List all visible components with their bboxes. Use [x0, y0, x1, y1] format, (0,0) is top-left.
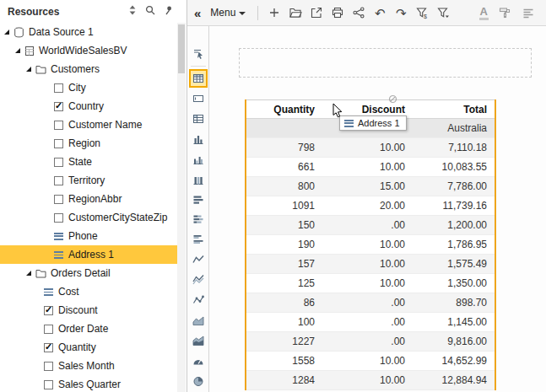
- table-cell[interactable]: 20.00: [322, 196, 413, 215]
- table-cell[interactable]: 100: [246, 313, 322, 331]
- table-cell[interactable]: 1227: [246, 332, 322, 351]
- tree-item-region[interactable]: Region: [0, 134, 177, 153]
- table-cell[interactable]: 14,652.99: [413, 352, 495, 370]
- tool-area-chart[interactable]: [189, 311, 208, 330]
- tree-item-data-source-1[interactable]: Data Source 1: [0, 23, 177, 41]
- checkbox-unchecked-icon[interactable]: [54, 139, 63, 148]
- table-row[interactable]: 15710.001,575.49: [246, 255, 495, 274]
- tool-matrix[interactable]: [189, 110, 208, 128]
- table-cell[interactable]: 1558: [246, 352, 322, 370]
- collapse-panel-button[interactable]: «: [194, 7, 201, 19]
- tree-item-address-1[interactable]: Address 1: [0, 245, 177, 264]
- table-cell[interactable]: .00: [322, 313, 413, 331]
- tree-item-regionabbr[interactable]: RegionAbbr: [0, 190, 177, 208]
- filter-currency-button[interactable]: $: [414, 5, 430, 20]
- table-cell[interactable]: 10.00: [322, 235, 413, 254]
- table-cell[interactable]: 1091: [246, 196, 322, 215]
- paint-roller-button[interactable]: [497, 5, 512, 20]
- export-button[interactable]: [309, 5, 324, 20]
- table-cell[interactable]: 7,786.00: [413, 177, 495, 196]
- table-cell[interactable]: .00: [322, 332, 413, 351]
- checkbox-unchecked-icon[interactable]: [44, 325, 53, 334]
- share-icon[interactable]: [351, 5, 366, 20]
- tree-item-phone[interactable]: Phone: [0, 227, 177, 245]
- expander-icon[interactable]: [26, 67, 31, 72]
- align-button[interactable]: [521, 5, 536, 20]
- table-row[interactable]: 100.001,145.00: [246, 313, 495, 332]
- tree-item-sales-month[interactable]: Sales Month: [0, 357, 177, 375]
- table-cell[interactable]: 10.00: [322, 138, 413, 157]
- table-cell[interactable]: 10.00: [322, 158, 413, 176]
- checkbox-checked-icon[interactable]: [54, 102, 63, 111]
- report-table[interactable]: Quantity Discount Total Australia 79810.…: [245, 99, 496, 390]
- table-row[interactable]: 86.00898.70: [246, 293, 495, 313]
- table-row[interactable]: 109120.0011,739.16: [246, 196, 495, 216]
- checkbox-unchecked-icon[interactable]: [44, 362, 53, 371]
- open-folder-button[interactable]: [288, 5, 303, 20]
- pin-icon[interactable]: [163, 5, 173, 18]
- checkbox-unchecked-icon[interactable]: [54, 158, 63, 167]
- table-cell[interactable]: 798: [246, 138, 322, 157]
- collapse-expand-icon[interactable]: [127, 5, 138, 18]
- tool-sparkline-multi[interactable]: [189, 271, 208, 289]
- table-cell[interactable]: 1,145.00: [413, 313, 495, 331]
- checkbox-checked-icon[interactable]: [44, 343, 53, 352]
- tree-item-discount[interactable]: Discount: [0, 301, 177, 320]
- print-button[interactable]: [330, 5, 345, 20]
- table-cell[interactable]: 1,786.95: [413, 235, 495, 254]
- table-cell[interactable]: 125: [246, 274, 322, 293]
- checkbox-unchecked-icon[interactable]: [54, 213, 63, 223]
- table-cell[interactable]: 86: [246, 293, 322, 312]
- checkbox-unchecked-icon[interactable]: [44, 380, 53, 389]
- page-header-placeholder[interactable]: [239, 48, 532, 78]
- table-row[interactable]: 128410.0012,884.94: [246, 371, 495, 390]
- expander-icon[interactable]: [26, 271, 31, 276]
- tool-gauge-chart[interactable]: [189, 352, 208, 370]
- table-cell[interactable]: 10.00: [322, 274, 413, 293]
- tool-pie-chart[interactable]: [189, 372, 208, 390]
- tree-item-cost[interactable]: Cost: [0, 282, 177, 301]
- panel-scrollbar[interactable]: [177, 23, 186, 392]
- menu-button[interactable]: Menu: [207, 5, 249, 20]
- tree-item-sales-quarter[interactable]: Sales Quarter: [0, 375, 177, 392]
- table-row[interactable]: 19010.001,786.95: [246, 235, 495, 255]
- expander-icon[interactable]: [4, 30, 9, 35]
- table-row[interactable]: 79810.007,110.18: [246, 138, 495, 158]
- table-cell[interactable]: 898.70: [413, 293, 495, 312]
- table-cell[interactable]: 10.00: [322, 371, 413, 389]
- tree-item-state[interactable]: State: [0, 153, 177, 171]
- tree-item-quantity[interactable]: Quantity: [0, 338, 177, 357]
- tool-column-chart[interactable]: [189, 130, 208, 148]
- table-cell[interactable]: .00: [322, 216, 413, 234]
- table-cell[interactable]: 10.00: [322, 255, 413, 273]
- checkbox-unchecked-icon[interactable]: [54, 195, 63, 204]
- font-color-button[interactable]: A: [479, 6, 489, 20]
- table-row[interactable]: 1227.009,816.00: [246, 332, 495, 352]
- table-cell[interactable]: 10.00: [322, 352, 413, 370]
- checkbox-unchecked-icon[interactable]: [54, 83, 63, 93]
- table-row[interactable]: 66110.0010,083.55: [246, 158, 495, 177]
- tree-item-customers[interactable]: Customers: [0, 60, 177, 78]
- tool-column-chart-grouped[interactable]: [189, 150, 208, 169]
- column-header-total[interactable]: Total: [413, 100, 495, 118]
- table-cell[interactable]: 1,350.00: [413, 274, 495, 293]
- table-cell[interactable]: 157: [246, 255, 322, 273]
- table-row[interactable]: 150.001,200.00: [246, 216, 495, 235]
- table-cell[interactable]: 9,816.00: [413, 332, 495, 351]
- checkbox-unchecked-icon[interactable]: [54, 176, 63, 185]
- tool-bar-chart[interactable]: [189, 191, 208, 209]
- undo-button[interactable]: ↶: [372, 5, 387, 20]
- table-cell[interactable]: 1,200.00: [413, 216, 495, 234]
- search-icon[interactable]: [145, 5, 155, 18]
- table-cell[interactable]: 1,575.49: [413, 255, 495, 273]
- redo-button[interactable]: ↷: [393, 5, 408, 20]
- tree-item-worldwidesalesbv[interactable]: WorldWideSalesBV: [0, 41, 177, 60]
- tree-item-orders-detail[interactable]: Orders Detail: [0, 264, 177, 282]
- tree-item-city[interactable]: City: [0, 78, 177, 97]
- scrollbar-thumb[interactable]: [178, 24, 185, 73]
- table-cell[interactable]: 10,083.55: [413, 158, 495, 176]
- tool-area-chart-stacked[interactable]: [189, 331, 208, 350]
- tool-textbox[interactable]: [189, 89, 208, 108]
- tool-sparkline[interactable]: [189, 250, 208, 269]
- design-canvas[interactable]: Quantity Discount Total Australia 79810.…: [209, 26, 546, 392]
